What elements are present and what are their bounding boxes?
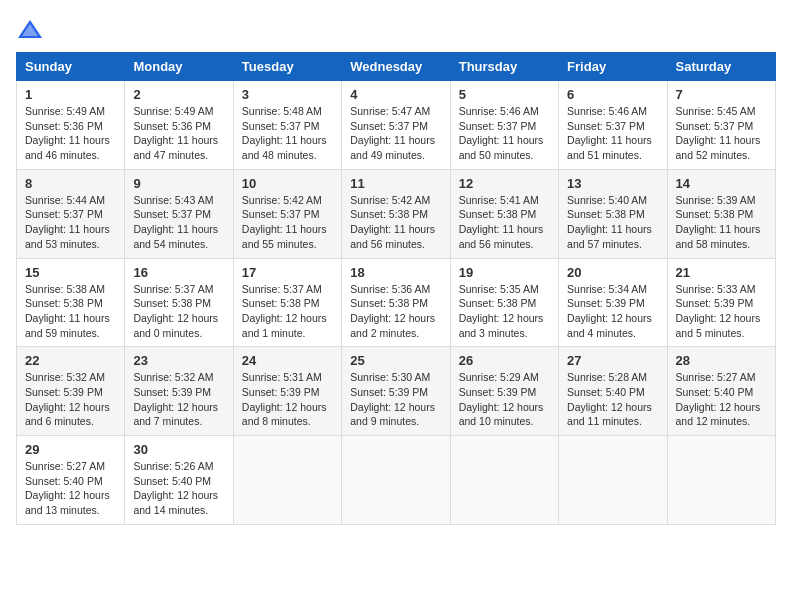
calendar-cell: 5 Sunrise: 5:46 AM Sunset: 5:37 PM Dayli… — [450, 81, 558, 170]
calendar-cell: 14 Sunrise: 5:39 AM Sunset: 5:38 PM Dayl… — [667, 169, 775, 258]
day-number: 28 — [676, 353, 767, 368]
calendar-week-row: 22 Sunrise: 5:32 AM Sunset: 5:39 PM Dayl… — [17, 347, 776, 436]
calendar-week-row: 1 Sunrise: 5:49 AM Sunset: 5:36 PM Dayli… — [17, 81, 776, 170]
day-number: 22 — [25, 353, 116, 368]
day-number: 11 — [350, 176, 441, 191]
day-number: 16 — [133, 265, 224, 280]
day-info: Sunrise: 5:44 AM Sunset: 5:37 PM Dayligh… — [25, 193, 116, 252]
day-info: Sunrise: 5:46 AM Sunset: 5:37 PM Dayligh… — [567, 104, 658, 163]
day-info: Sunrise: 5:49 AM Sunset: 5:36 PM Dayligh… — [25, 104, 116, 163]
calendar-cell: 10 Sunrise: 5:42 AM Sunset: 5:37 PM Dayl… — [233, 169, 341, 258]
calendar-cell: 28 Sunrise: 5:27 AM Sunset: 5:40 PM Dayl… — [667, 347, 775, 436]
calendar-cell: 4 Sunrise: 5:47 AM Sunset: 5:37 PM Dayli… — [342, 81, 450, 170]
day-number: 20 — [567, 265, 658, 280]
day-number: 23 — [133, 353, 224, 368]
calendar-cell: 23 Sunrise: 5:32 AM Sunset: 5:39 PM Dayl… — [125, 347, 233, 436]
calendar-week-row: 29 Sunrise: 5:27 AM Sunset: 5:40 PM Dayl… — [17, 436, 776, 525]
day-number: 29 — [25, 442, 116, 457]
day-info: Sunrise: 5:49 AM Sunset: 5:36 PM Dayligh… — [133, 104, 224, 163]
page-header — [16, 16, 776, 44]
day-info: Sunrise: 5:45 AM Sunset: 5:37 PM Dayligh… — [676, 104, 767, 163]
calendar-cell: 13 Sunrise: 5:40 AM Sunset: 5:38 PM Dayl… — [559, 169, 667, 258]
logo — [16, 16, 48, 44]
day-info: Sunrise: 5:35 AM Sunset: 5:38 PM Dayligh… — [459, 282, 550, 341]
day-number: 4 — [350, 87, 441, 102]
calendar-cell: 6 Sunrise: 5:46 AM Sunset: 5:37 PM Dayli… — [559, 81, 667, 170]
day-info: Sunrise: 5:36 AM Sunset: 5:38 PM Dayligh… — [350, 282, 441, 341]
day-info: Sunrise: 5:27 AM Sunset: 5:40 PM Dayligh… — [676, 370, 767, 429]
calendar-day-header: Monday — [125, 53, 233, 81]
day-number: 7 — [676, 87, 767, 102]
calendar-cell: 7 Sunrise: 5:45 AM Sunset: 5:37 PM Dayli… — [667, 81, 775, 170]
day-info: Sunrise: 5:47 AM Sunset: 5:37 PM Dayligh… — [350, 104, 441, 163]
calendar-cell — [559, 436, 667, 525]
calendar-cell: 22 Sunrise: 5:32 AM Sunset: 5:39 PM Dayl… — [17, 347, 125, 436]
calendar-cell: 27 Sunrise: 5:28 AM Sunset: 5:40 PM Dayl… — [559, 347, 667, 436]
day-info: Sunrise: 5:42 AM Sunset: 5:37 PM Dayligh… — [242, 193, 333, 252]
day-number: 2 — [133, 87, 224, 102]
day-info: Sunrise: 5:42 AM Sunset: 5:38 PM Dayligh… — [350, 193, 441, 252]
day-number: 13 — [567, 176, 658, 191]
calendar-day-header: Thursday — [450, 53, 558, 81]
day-number: 9 — [133, 176, 224, 191]
day-number: 19 — [459, 265, 550, 280]
calendar-day-header: Friday — [559, 53, 667, 81]
calendar-day-header: Sunday — [17, 53, 125, 81]
calendar-header-row: SundayMondayTuesdayWednesdayThursdayFrid… — [17, 53, 776, 81]
calendar-cell: 15 Sunrise: 5:38 AM Sunset: 5:38 PM Dayl… — [17, 258, 125, 347]
calendar-cell: 21 Sunrise: 5:33 AM Sunset: 5:39 PM Dayl… — [667, 258, 775, 347]
day-number: 14 — [676, 176, 767, 191]
calendar-cell: 20 Sunrise: 5:34 AM Sunset: 5:39 PM Dayl… — [559, 258, 667, 347]
day-number: 6 — [567, 87, 658, 102]
calendar-week-row: 8 Sunrise: 5:44 AM Sunset: 5:37 PM Dayli… — [17, 169, 776, 258]
calendar-day-header: Saturday — [667, 53, 775, 81]
day-info: Sunrise: 5:37 AM Sunset: 5:38 PM Dayligh… — [242, 282, 333, 341]
day-info: Sunrise: 5:46 AM Sunset: 5:37 PM Dayligh… — [459, 104, 550, 163]
calendar-cell: 29 Sunrise: 5:27 AM Sunset: 5:40 PM Dayl… — [17, 436, 125, 525]
calendar-cell: 16 Sunrise: 5:37 AM Sunset: 5:38 PM Dayl… — [125, 258, 233, 347]
day-number: 3 — [242, 87, 333, 102]
day-number: 24 — [242, 353, 333, 368]
day-number: 17 — [242, 265, 333, 280]
calendar-day-header: Wednesday — [342, 53, 450, 81]
calendar-cell: 11 Sunrise: 5:42 AM Sunset: 5:38 PM Dayl… — [342, 169, 450, 258]
day-number: 21 — [676, 265, 767, 280]
day-info: Sunrise: 5:39 AM Sunset: 5:38 PM Dayligh… — [676, 193, 767, 252]
calendar-cell: 12 Sunrise: 5:41 AM Sunset: 5:38 PM Dayl… — [450, 169, 558, 258]
calendar-cell: 19 Sunrise: 5:35 AM Sunset: 5:38 PM Dayl… — [450, 258, 558, 347]
day-info: Sunrise: 5:48 AM Sunset: 5:37 PM Dayligh… — [242, 104, 333, 163]
day-number: 26 — [459, 353, 550, 368]
day-number: 10 — [242, 176, 333, 191]
logo-icon — [16, 16, 44, 44]
day-info: Sunrise: 5:43 AM Sunset: 5:37 PM Dayligh… — [133, 193, 224, 252]
day-info: Sunrise: 5:32 AM Sunset: 5:39 PM Dayligh… — [25, 370, 116, 429]
day-number: 5 — [459, 87, 550, 102]
calendar-cell: 9 Sunrise: 5:43 AM Sunset: 5:37 PM Dayli… — [125, 169, 233, 258]
calendar-table: SundayMondayTuesdayWednesdayThursdayFrid… — [16, 52, 776, 525]
calendar-week-row: 15 Sunrise: 5:38 AM Sunset: 5:38 PM Dayl… — [17, 258, 776, 347]
calendar-cell: 2 Sunrise: 5:49 AM Sunset: 5:36 PM Dayli… — [125, 81, 233, 170]
calendar-cell — [450, 436, 558, 525]
day-number: 30 — [133, 442, 224, 457]
day-number: 25 — [350, 353, 441, 368]
calendar-day-header: Tuesday — [233, 53, 341, 81]
day-info: Sunrise: 5:34 AM Sunset: 5:39 PM Dayligh… — [567, 282, 658, 341]
day-info: Sunrise: 5:29 AM Sunset: 5:39 PM Dayligh… — [459, 370, 550, 429]
calendar-cell: 26 Sunrise: 5:29 AM Sunset: 5:39 PM Dayl… — [450, 347, 558, 436]
calendar-cell: 18 Sunrise: 5:36 AM Sunset: 5:38 PM Dayl… — [342, 258, 450, 347]
day-info: Sunrise: 5:28 AM Sunset: 5:40 PM Dayligh… — [567, 370, 658, 429]
calendar-cell: 25 Sunrise: 5:30 AM Sunset: 5:39 PM Dayl… — [342, 347, 450, 436]
calendar-cell: 30 Sunrise: 5:26 AM Sunset: 5:40 PM Dayl… — [125, 436, 233, 525]
day-info: Sunrise: 5:37 AM Sunset: 5:38 PM Dayligh… — [133, 282, 224, 341]
day-number: 1 — [25, 87, 116, 102]
calendar-cell: 17 Sunrise: 5:37 AM Sunset: 5:38 PM Dayl… — [233, 258, 341, 347]
day-info: Sunrise: 5:27 AM Sunset: 5:40 PM Dayligh… — [25, 459, 116, 518]
day-number: 27 — [567, 353, 658, 368]
day-number: 12 — [459, 176, 550, 191]
day-info: Sunrise: 5:40 AM Sunset: 5:38 PM Dayligh… — [567, 193, 658, 252]
day-info: Sunrise: 5:26 AM Sunset: 5:40 PM Dayligh… — [133, 459, 224, 518]
day-info: Sunrise: 5:38 AM Sunset: 5:38 PM Dayligh… — [25, 282, 116, 341]
day-info: Sunrise: 5:31 AM Sunset: 5:39 PM Dayligh… — [242, 370, 333, 429]
calendar-cell: 3 Sunrise: 5:48 AM Sunset: 5:37 PM Dayli… — [233, 81, 341, 170]
day-number: 15 — [25, 265, 116, 280]
